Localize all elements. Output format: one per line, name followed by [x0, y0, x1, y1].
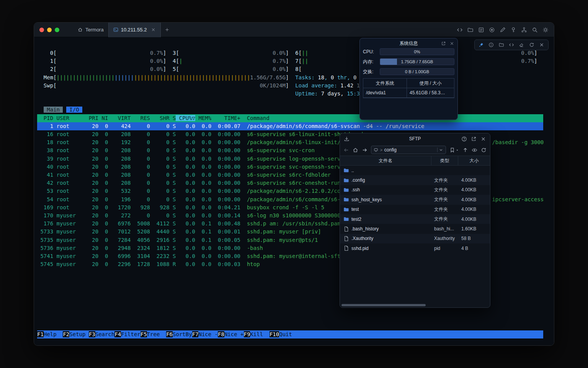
screens-tabs[interactable]: Main I/O: [37, 106, 543, 114]
chevron-down-icon[interactable]: [437, 148, 443, 152]
system-stats: CPU:0%内存:1.75GB / 7.65GB交换:0 B / 1.00GB: [360, 48, 457, 75]
sftp-file-row[interactable]: sshd.pidpid4 B: [340, 243, 490, 253]
path-breadcrumb[interactable]: > config: [371, 146, 446, 154]
fkey-label[interactable]: SortBy: [173, 331, 192, 337]
size-column-header[interactable]: 大小: [458, 156, 490, 165]
fkey-label[interactable]: Filter: [121, 331, 140, 337]
plus-icon: [165, 27, 170, 32]
edit-icon[interactable]: [500, 27, 506, 33]
fkey-f8[interactable]: F8: [218, 331, 224, 337]
fkey-f7[interactable]: F7: [192, 331, 199, 337]
fkey-f4[interactable]: F4: [114, 331, 121, 337]
filename-column-header[interactable]: 文件名: [340, 156, 431, 165]
stat-label: 内存:: [363, 59, 380, 65]
close-icon[interactable]: [449, 41, 454, 46]
stat-value: 0%: [380, 49, 454, 55]
log-icon[interactable]: [478, 27, 484, 33]
fkey-label[interactable]: Help: [44, 331, 63, 337]
fkey-label[interactable]: Setup: [69, 331, 89, 337]
file-type: 文件夹: [431, 216, 458, 222]
fs-column-header: 文件系统: [363, 79, 407, 88]
record-icon[interactable]: [489, 27, 495, 33]
new-tab-button[interactable]: [161, 27, 173, 32]
folder-icon: [343, 168, 349, 173]
folder-icon: [343, 207, 349, 212]
up-directory-icon[interactable]: [462, 147, 468, 153]
process-table-header[interactable]: PID USER PRI NI VIRT RES SHR S CPU%▽ MEM…: [37, 114, 543, 122]
folder-icon: [343, 187, 349, 193]
refresh-icon[interactable]: [529, 42, 534, 48]
fkey-label[interactable]: Tree: [147, 331, 167, 337]
show-hidden-icon[interactable]: [472, 147, 477, 153]
folder-icon[interactable]: [467, 27, 474, 33]
screen-tab-main[interactable]: Main: [44, 107, 63, 113]
back-icon[interactable]: [343, 147, 349, 153]
pin-icon[interactable]: [479, 42, 484, 48]
function-key-bar[interactable]: F1Help F2Setup F3SearchF4FilterF5Tree F6…: [37, 330, 543, 338]
cpu-meter-line: 2[ 0.0%] 5[ 0.0%] 8[: [37, 65, 543, 73]
fkey-f3[interactable]: F3: [89, 331, 95, 337]
horizontal-scrollbar[interactable]: [341, 304, 426, 306]
fkey-f6[interactable]: F6: [166, 331, 173, 337]
stat-row: CPU:0%: [360, 48, 457, 55]
key-icon[interactable]: [510, 27, 516, 33]
close-window-button[interactable]: [39, 28, 44, 32]
tab-session[interactable]: 10.211.55.2: [108, 23, 161, 37]
close-icon[interactable]: [539, 42, 544, 48]
open-external-icon[interactable]: [471, 136, 477, 142]
screen-tab-io[interactable]: I/O: [66, 107, 82, 113]
code-icon[interactable]: [509, 42, 514, 48]
zoom-window-button[interactable]: [55, 28, 59, 32]
sftp-titlebar[interactable]: SFTP: [340, 133, 490, 144]
fkey-f5[interactable]: F5: [140, 331, 147, 337]
sftp-file-row[interactable]: .XauthorityXauthority58 B: [340, 234, 490, 243]
file-size: 1.60KB: [458, 226, 490, 232]
file-type: Xauthority: [431, 236, 458, 241]
minimize-window-button[interactable]: [47, 28, 52, 32]
fkey-label[interactable]: Search: [95, 331, 115, 337]
search-icon[interactable]: [532, 27, 538, 33]
stat-value: 0 B / 1.00GB: [380, 69, 454, 75]
settings-icon[interactable]: [542, 27, 549, 33]
sftp-file-row[interactable]: .bash_historybash_hi...1.60KB: [340, 224, 490, 233]
type-column-header[interactable]: 类型: [431, 156, 458, 165]
open-external-icon[interactable]: [441, 41, 446, 46]
tab-close-icon[interactable]: [151, 27, 156, 32]
sftp-file-row[interactable]: ..: [340, 166, 490, 175]
sftp-file-row[interactable]: .config文件夹4.00KB: [340, 175, 490, 185]
fkey-f10[interactable]: F10: [270, 331, 279, 337]
fkey-label[interactable]: Quit: [279, 331, 299, 337]
network-icon[interactable]: [521, 27, 527, 33]
file-name: test: [351, 207, 359, 212]
process-row[interactable]: 1 root 20 0 424 0 0 S 0.0 0.0 0:00.07 /p…: [37, 122, 543, 130]
fkey-f9[interactable]: F9: [244, 331, 250, 337]
bookmarks-button[interactable]: [449, 147, 459, 153]
file-type: 文件夹: [431, 206, 458, 213]
home-icon[interactable]: [353, 147, 358, 153]
current-path: config: [384, 147, 435, 153]
fkey-f1[interactable]: F1: [37, 331, 44, 337]
eraser-icon[interactable]: [519, 42, 524, 48]
memory-meter-line: Mem[||||||||||||||||||||||||||||||||||||…: [37, 74, 543, 82]
fkey-label[interactable]: Kill: [250, 331, 270, 337]
folder-icon[interactable]: [499, 42, 504, 48]
fkey-label[interactable]: Nice +: [224, 331, 244, 337]
sftp-file-row[interactable]: .ssh文件夹4.00KB: [340, 185, 490, 195]
sftp-file-row[interactable]: test2文件夹4.00KB: [340, 214, 490, 224]
fs-usage: 45.61GB / 58.3…: [407, 88, 454, 97]
help-icon[interactable]: [461, 136, 467, 142]
file-name: ssh_host_keys: [351, 197, 382, 202]
close-icon[interactable]: [480, 136, 486, 142]
file-size: 4.00KB: [458, 177, 490, 183]
bookmark-icon: [449, 147, 455, 153]
fkey-f2[interactable]: F2: [63, 331, 69, 337]
sftp-file-row[interactable]: ssh_host_keys文件夹4.00KB: [340, 195, 490, 204]
code-icon[interactable]: [457, 27, 463, 33]
forward-icon[interactable]: [362, 147, 368, 153]
sftp-file-row[interactable]: test文件夹4.00KB: [340, 205, 490, 214]
tab-home[interactable]: Termora: [73, 23, 108, 37]
fkey-label[interactable]: Nice -: [198, 331, 218, 337]
terminal-icon: [113, 27, 118, 32]
refresh-icon[interactable]: [481, 147, 487, 153]
info-icon[interactable]: [488, 42, 494, 48]
